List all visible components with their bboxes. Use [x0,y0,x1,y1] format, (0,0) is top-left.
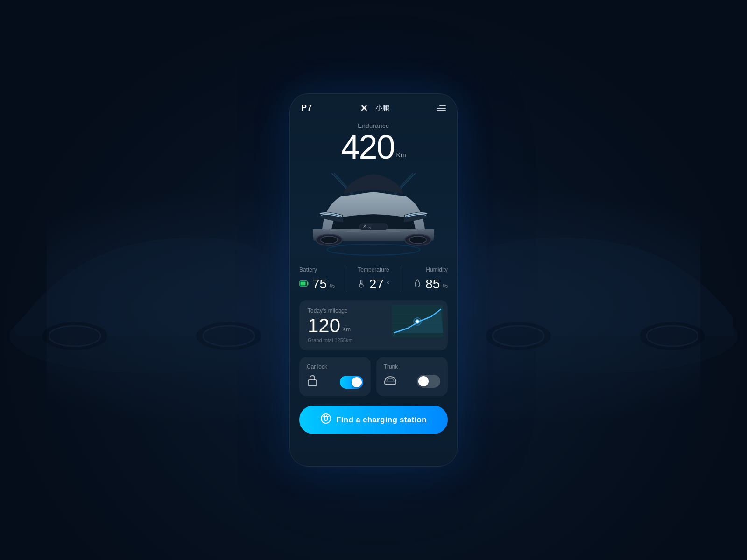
charging-plug-icon [320,413,331,427]
svg-rect-35 [308,380,317,386]
temperature-stat: Temperature 27 ° [347,266,400,292]
svg-point-21 [321,236,338,244]
brand-logo: 小鹏 [359,104,389,112]
car-display: P7 [295,164,452,257]
menu-icon [437,110,446,111]
stats-row: Battery 75 % Temperature [290,257,457,292]
header: P7 小鹏 [290,94,457,118]
lock-icon [307,375,318,390]
car-lock-toggle[interactable] [340,376,363,389]
trunk-card: Trunk [376,357,448,396]
car-lock-label: Car lock [307,364,363,370]
charging-svg-icon [320,413,331,424]
svg-point-33 [416,320,419,323]
brand-text: 小鹏 [375,104,389,112]
battery-label: Battery [299,266,342,273]
thermometer-icon [357,279,366,290]
menu-icon [437,108,446,109]
trunk-svg-icon [384,375,397,385]
lock-svg-icon [307,375,318,387]
find-charging-button[interactable]: Find a charging station [299,406,448,434]
phone-app: P7 小鹏 Endurance 420 Km [289,93,458,467]
temperature-label: Temperature [352,266,395,273]
humidity-label: Humidity [405,266,448,273]
svg-point-37 [321,414,331,423]
menu-button[interactable] [437,105,446,111]
humidity-icon [413,279,422,290]
mileage-unit: Km [342,326,351,333]
svg-text:P7: P7 [368,226,372,229]
battery-svg-icon [299,279,309,288]
endurance-section: Endurance 420 Km [290,118,457,164]
battery-unit: % [330,283,335,289]
battery-value: 75 [312,277,327,292]
svg-rect-25 [301,281,306,285]
temperature-value: 27 [369,277,384,292]
endurance-unit: Km [396,152,406,158]
trunk-toggle-knob [418,376,429,386]
humidity-stat: Humidity 85 % [400,266,448,292]
car-front-image: P7 [308,164,439,257]
car-lock-control-row [307,375,363,390]
battery-stat: Battery 75 % [299,266,347,292]
battery-icon [299,279,309,290]
humidity-value-row: 85 % [405,277,448,292]
trunk-icon [384,375,397,388]
humidity-value: 85 [425,277,440,292]
trunk-toggle[interactable] [417,375,440,388]
humidity-unit: % [443,283,448,289]
car-lock-toggle-knob [352,377,362,387]
trunk-control-row [384,375,440,388]
find-charging-label: Find a charging station [336,415,427,425]
menu-icon [439,105,446,106]
mileage-chart [382,300,448,350]
trunk-label: Trunk [384,364,440,370]
temp-svg-icon [357,279,366,288]
xpeng-logo-icon [359,104,373,112]
temperature-unit: ° [387,280,390,290]
car-lock-card: Car lock [299,357,371,396]
svg-rect-24 [307,282,309,285]
model-label: P7 [301,103,312,113]
svg-rect-17 [359,224,388,230]
svg-point-22 [409,236,426,244]
battery-value-row: 75 % [299,277,342,292]
mileage-card: Today's mileage 120 Km Grand total 1255k… [299,300,448,350]
mileage-number: 120 [308,316,340,336]
mileage-chart-svg [382,300,448,342]
temperature-value-row: 27 ° [352,277,395,292]
endurance-number: 420 [341,130,394,164]
endurance-value: 420 Km [290,130,457,164]
controls-row: Car lock Trunk [299,357,448,396]
humidity-svg-icon [413,279,422,288]
